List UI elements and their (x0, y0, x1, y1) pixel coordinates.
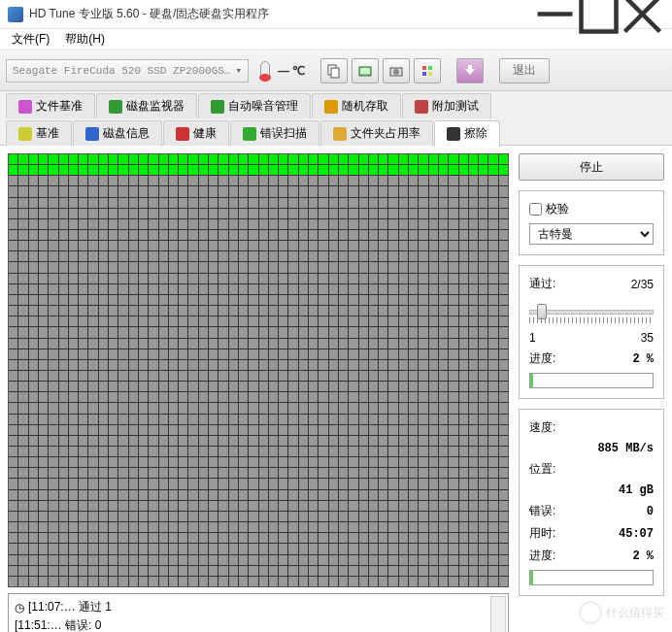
random-icon (324, 100, 338, 114)
svg-rect-14 (468, 65, 472, 70)
tab-label: 文件基准 (36, 98, 83, 115)
tab-label: 擦除 (464, 125, 487, 142)
verify-checkbox[interactable]: 校验 (529, 201, 654, 217)
tab-label: 随机存取 (342, 98, 388, 115)
menu-help[interactable]: 帮助(H) (57, 29, 113, 50)
pass-panel: 通过: 2/35 1 35 进度: 2 % (519, 265, 664, 399)
tab-健康[interactable]: 健康 (163, 120, 229, 146)
err-label: 错误: (529, 503, 555, 519)
temperature-value: — ℃ (278, 64, 305, 78)
extra-icon (415, 100, 428, 114)
verify-label: 校验 (546, 201, 569, 217)
folder-icon (333, 127, 347, 141)
screenshot-button[interactable] (352, 58, 379, 83)
exit-button[interactable]: 退出 (499, 58, 550, 83)
tab-label: 错误扫描 (260, 125, 307, 142)
time-value: 45:07 (619, 527, 654, 541)
svg-rect-11 (428, 66, 432, 70)
progress-label: 进度: (529, 350, 555, 367)
sound-icon (211, 100, 224, 114)
stats-panel: 速度: 885 MB/s 位置: 41 gB 错误:0 用时:45:07 进度:… (519, 409, 664, 596)
tab-磁盘信息[interactable]: 磁盘信息 (73, 120, 162, 146)
log-line: [11:51:… 错误: 0 (13, 616, 504, 632)
pos-value: 41 gB (619, 483, 654, 497)
options-panel: 校验 古特曼 (519, 190, 664, 255)
speed-value: 885 MB/s (597, 442, 654, 455)
svg-rect-12 (422, 72, 426, 76)
tab-附加测试[interactable]: 附加测试 (402, 93, 491, 118)
svg-rect-7 (360, 68, 370, 74)
svg-rect-10 (422, 66, 426, 70)
log-text: [11:07:… 通过 1 (28, 599, 112, 615)
tab-基准[interactable]: 基准 (6, 120, 72, 146)
tab-label: 磁盘监视器 (126, 98, 185, 115)
left-panel: ◷[11:07:… 通过 1[11:51:… 错误: 0[11:51:… 时间:… (8, 153, 509, 632)
progress-bar-2 (529, 570, 654, 585)
erase-icon (447, 127, 460, 141)
log-line: ◷[11:07:… 通过 1 (13, 598, 504, 616)
tabs-row-1: 文件基准磁盘监视器自动噪音管理随机存取附加测试 (0, 91, 672, 118)
watermark: 什么值得买 (579, 601, 664, 624)
temperature-display: — ℃ (260, 61, 305, 81)
app-icon (8, 7, 23, 22)
tab-label: 磁盘信息 (103, 125, 150, 142)
tab-label: 文件夹占用率 (351, 125, 420, 142)
verify-checkbox-input[interactable] (529, 203, 542, 216)
info-icon (85, 127, 99, 141)
drive-select[interactable]: Seagate FireCuda 520 SSD ZP2000GS… (6, 59, 249, 83)
tab-label: 自动噪音管理 (228, 98, 298, 115)
tab-随机存取[interactable]: 随机存取 (312, 93, 401, 118)
svg-rect-5 (331, 68, 339, 78)
tab-错误扫描[interactable]: 错误扫描 (230, 120, 319, 146)
pass-label: 通过: (529, 276, 555, 292)
tab-label: 基准 (36, 125, 59, 142)
log-text: [11:51:… 错误: 0 (15, 617, 101, 632)
tab-自动噪音管理[interactable]: 自动噪音管理 (198, 93, 311, 118)
clock-icon: ◷ (15, 601, 24, 615)
maximize-button[interactable] (577, 0, 621, 28)
prog-label: 进度: (529, 548, 555, 564)
copy-button[interactable] (320, 58, 348, 83)
scan-icon (243, 127, 256, 141)
tab-磁盘监视器[interactable]: 磁盘监视器 (96, 93, 197, 118)
svg-rect-13 (428, 72, 432, 76)
window-title: HD Tune 专业版 5.60 - 硬盘/固态硬盘实用程序 (29, 6, 533, 22)
speed-label: 速度: (529, 419, 555, 436)
log-scrollbar[interactable] (490, 596, 506, 632)
close-button[interactable] (621, 0, 664, 28)
progress-bar-1 (529, 373, 654, 388)
tabs-row-2: 基准磁盘信息健康错误扫描文件夹占用率擦除 (0, 118, 672, 146)
file-icon (18, 100, 32, 114)
time-label: 用时: (529, 525, 555, 542)
tab-文件基准[interactable]: 文件基准 (6, 93, 95, 118)
pass-value: 2/35 (631, 278, 654, 291)
health-icon (176, 127, 189, 141)
svg-point-9 (393, 69, 399, 75)
log-panel: ◷[11:07:… 通过 1[11:51:… 错误: 0[11:51:… 时间:… (8, 593, 509, 632)
pass-slider[interactable] (529, 302, 654, 321)
pos-label: 位置: (529, 461, 555, 478)
err-value: 0 (647, 505, 654, 518)
tab-文件夹占用率[interactable]: 文件夹占用率 (320, 120, 433, 146)
save-button[interactable] (456, 58, 484, 83)
menu-file[interactable]: 文件(F) (4, 29, 57, 50)
range-min: 1 (529, 331, 536, 345)
stop-button[interactable]: 停止 (519, 153, 664, 181)
monitor-icon (109, 100, 122, 114)
toolbar: Seagate FireCuda 520 SSD ZP2000GS… — ℃ 退… (0, 50, 672, 91)
thermometer-icon (260, 61, 270, 81)
erase-method-select[interactable]: 古特曼 (529, 223, 654, 245)
camera-button[interactable] (383, 58, 410, 83)
titlebar: HD Tune 专业版 5.60 - 硬盘/固态硬盘实用程序 (0, 0, 672, 29)
svg-rect-1 (582, 0, 617, 32)
minimize-button[interactable] (533, 0, 577, 28)
range-max: 35 (641, 331, 654, 345)
tab-label: 附加测试 (432, 98, 479, 115)
settings-button[interactable] (414, 58, 441, 83)
tab-label: 健康 (193, 125, 217, 142)
tab-擦除[interactable]: 擦除 (434, 120, 500, 147)
progress-value: 2 % (632, 352, 654, 366)
right-panel: 停止 校验 古特曼 通过: 2/35 1 35 (519, 153, 664, 632)
content-area: ◷[11:07:… 通过 1[11:51:… 错误: 0[11:51:… 时间:… (0, 145, 672, 632)
block-map (8, 153, 509, 587)
